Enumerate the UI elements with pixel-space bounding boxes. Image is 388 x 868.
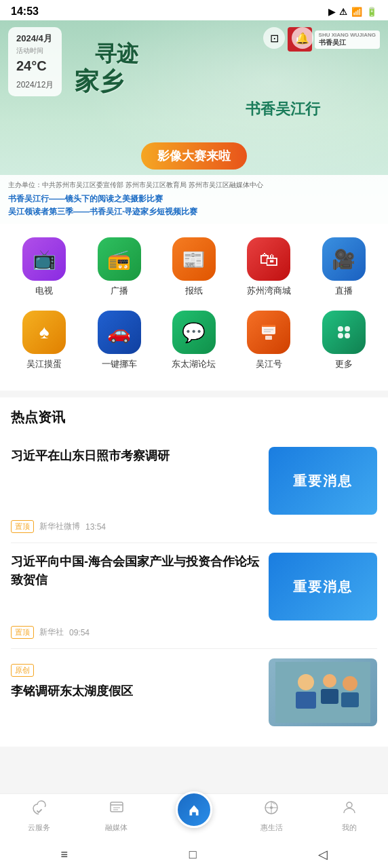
news-item-1[interactable]: 习近平在山东日照市考察调研 重要消息 置顶 新华社微博 13:54 [11, 437, 377, 543]
app-radio-icon: 📻 [98, 237, 141, 281]
nav-life[interactable]: 惠生活 [248, 800, 295, 833]
app-radio[interactable]: 📻 广播 [89, 237, 150, 297]
app-egg-icon: ♠ [22, 311, 66, 354]
svg-rect-15 [341, 692, 359, 707]
nav-mine-label: 我的 [342, 823, 357, 833]
news-time-1: 13:54 [85, 522, 106, 532]
svg-point-8 [345, 333, 350, 338]
news-meta-1: 置顶 新华社微博 13:54 [11, 520, 377, 533]
svg-rect-13 [321, 689, 338, 704]
news-tag-1: 置顶 [11, 520, 34, 533]
nav-media-label: 融媒体 [105, 823, 128, 833]
svg-point-10 [298, 674, 314, 690]
svg-rect-11 [296, 692, 316, 709]
news-content-1: 习近平在山东日照市考察调研 重要消息 [11, 447, 377, 515]
news-headline-2: 习近平向中国-海合会国家产业与投资合作论坛致贺信 [11, 553, 260, 589]
app-tv[interactable]: 📺 电视 [14, 237, 75, 297]
app-forum[interactable]: 💬 东太湖论坛 [163, 311, 225, 370]
svg-point-23 [270, 806, 273, 809]
svg-point-25 [347, 802, 352, 808]
app-more-icon [322, 311, 366, 354]
news-item-2[interactable]: 习近平向中国-海合会国家产业与投资合作论坛致贺信 重要消息 置顶 新华社 09:… [11, 543, 377, 649]
mine-icon [341, 800, 357, 820]
svg-rect-16 [111, 802, 123, 812]
app-radio-label: 广播 [111, 285, 128, 297]
app-more[interactable]: 更多 [313, 311, 374, 370]
home-center-icon [176, 791, 212, 828]
home-button[interactable]: □ [189, 848, 197, 862]
hero-event-1[interactable]: 书香吴江行——镜头下的阅读之美摄影比赛 [8, 193, 380, 205]
svg-rect-4 [265, 336, 272, 340]
news-source-1: 新华社微博 [39, 521, 80, 532]
app-newspaper-icon: 📰 [172, 237, 216, 281]
news-headline-3: 李铭调研东太湖度假区 [11, 682, 260, 701]
app-egg-label: 吴江摸蛋 [26, 358, 62, 370]
news-item-3[interactable]: 原创 李铭调研东太湖度假区 [11, 649, 377, 736]
app-tv-icon: 📺 [22, 237, 66, 281]
hero-banner[interactable]: 2024/4月 活动时间 24°C 2024/12月 📖 SHU XIANG W… [0, 20, 388, 224]
app-live[interactable]: 🎥 直播 [313, 237, 374, 297]
media-icon [109, 800, 125, 820]
logo-text: SHU XIANG WUJIANG 书香吴江 [315, 31, 380, 49]
nav-cloud-label: 云服务 [28, 823, 50, 833]
app-row-1: 📺 电视 📻 广播 📰 报纸 🛍 苏州湾商城 🎥 直播 [7, 237, 381, 297]
nav-life-label: 惠生活 [260, 823, 283, 833]
app-wujiangno[interactable]: 吴江号 [238, 311, 299, 370]
news-tag-2: 置顶 [11, 626, 34, 639]
app-mall[interactable]: 🛍 苏州湾商城 [238, 237, 299, 297]
battery-icon: 🔋 [366, 7, 377, 17]
svg-point-14 [343, 676, 357, 691]
hero-bottom-info: 主办单位：中共苏州市吴江区委宣传部 苏州市吴江区教育局 苏州市吴江区融媒体中心 … [0, 175, 388, 224]
svg-rect-1 [262, 325, 275, 327]
hero-main-title: 寻迹 家乡 [68, 41, 320, 96]
hero-title-area: 寻迹 家乡 书香吴江行 [68, 34, 320, 119]
hero-sub-title: 书香吴江行 [68, 99, 320, 119]
system-bar: ≡ □ ◁ [0, 841, 388, 868]
back-button[interactable]: ◁ [318, 847, 328, 862]
news-time-2: 09:54 [69, 628, 90, 637]
date-bottom: 2024/12月 [16, 79, 54, 91]
app-newspaper-label: 报纸 [185, 285, 203, 297]
activity-label: 活动时间 [16, 46, 54, 56]
app-car-icon: 🚗 [98, 311, 141, 354]
news-content-2: 习近平向中国-海合会国家产业与投资合作论坛致贺信 重要消息 [11, 553, 377, 620]
date-top: 2024/4月 [16, 33, 54, 45]
app-wujiangno-icon [247, 311, 290, 354]
play-icon: ▶ [328, 7, 335, 17]
news-content-3: 原创 李铭调研东太湖度假区 [11, 658, 377, 726]
app-mall-icon: 🛍 [247, 237, 290, 281]
app-forum-label: 东太湖论坛 [172, 358, 216, 370]
news-text-3: 原创 李铭调研东太湖度假区 [11, 658, 260, 726]
hero-event-2[interactable]: 吴江领读者第三季——书香吴江·寻迹家乡短视频比赛 [8, 205, 380, 218]
nav-cloud[interactable]: 云服务 [15, 800, 62, 833]
app-wujiangno-label: 吴江号 [256, 358, 282, 370]
nav-home[interactable] [170, 805, 218, 828]
app-newspaper[interactable]: 📰 报纸 [163, 237, 225, 297]
section-title-hot-news: 热点资讯 [11, 408, 377, 427]
signal-icon: 📶 [351, 7, 362, 17]
news-thumb-inner [269, 658, 377, 726]
cloud-icon [31, 800, 47, 820]
app-mall-label: 苏州湾商城 [247, 285, 291, 297]
svg-point-7 [338, 333, 343, 338]
news-image-2: 重要消息 [269, 553, 377, 620]
nav-mine[interactable]: 我的 [326, 800, 373, 833]
svg-point-6 [345, 326, 350, 332]
hero-event-banner[interactable]: 影像大赛来啦 [141, 142, 247, 170]
app-forum-icon: 💬 [172, 311, 216, 354]
nav-media[interactable]: 融媒体 [93, 800, 140, 833]
life-icon [263, 800, 279, 820]
news-source-2: 新华社 [39, 627, 64, 638]
news-image-1: 重要消息 [269, 447, 377, 515]
date-weather-card: 2024/4月 活动时间 24°C 2024/12月 [8, 27, 62, 96]
app-tv-label: 电视 [35, 285, 53, 297]
bottom-nav: 云服务 融媒体 惠 [0, 793, 388, 841]
svg-point-5 [338, 326, 343, 332]
app-live-label: 直播 [335, 285, 353, 297]
status-time: 14:53 [11, 5, 39, 18]
app-egg[interactable]: ♠ 吴江摸蛋 [14, 311, 75, 370]
news-thumbnail-3 [269, 658, 377, 726]
news-text-1: 习近平在山东日照市考察调研 [11, 447, 260, 515]
app-car[interactable]: 🚗 一键挪车 [89, 311, 150, 370]
menu-button[interactable]: ≡ [60, 848, 68, 862]
